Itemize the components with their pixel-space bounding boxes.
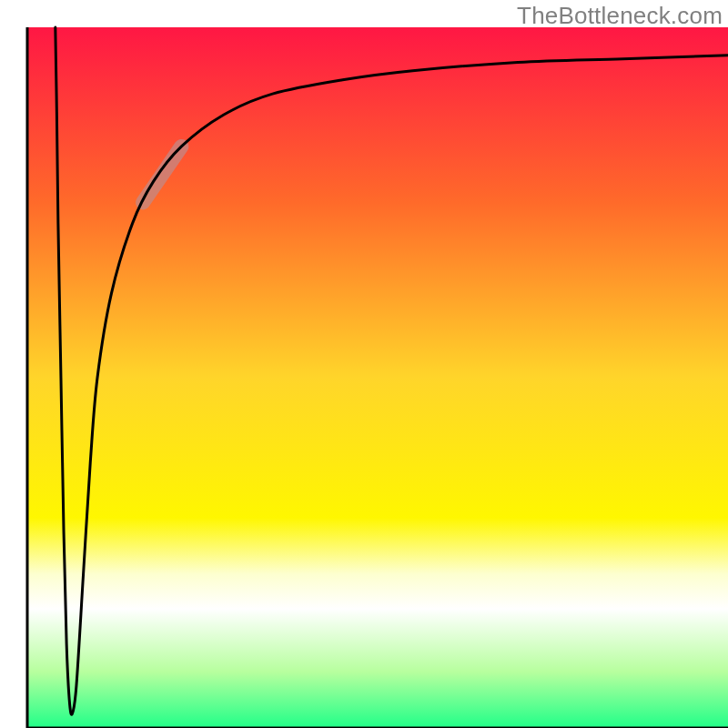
chart-container: TheBottleneck.com [0, 0, 728, 728]
watermark-text: TheBottleneck.com [517, 2, 723, 30]
plot-background [27, 27, 728, 728]
bottleneck-chart [0, 0, 728, 728]
